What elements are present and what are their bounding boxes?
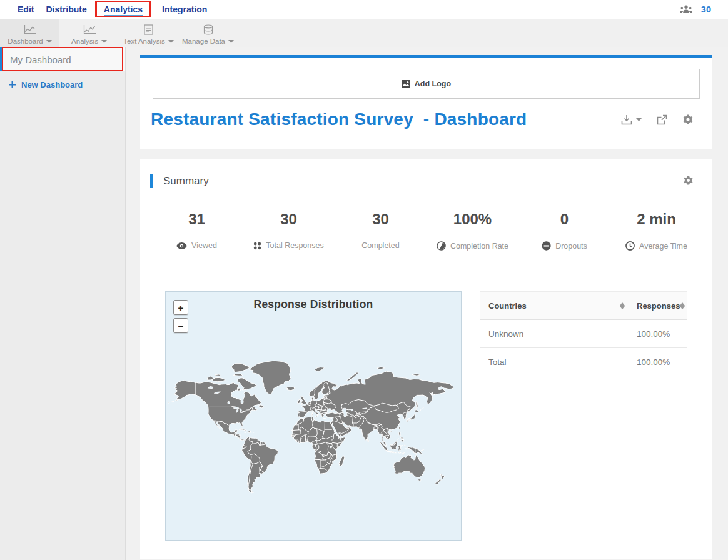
nav-tab-edit[interactable]: Edit xyxy=(18,4,34,14)
caret-down-icon xyxy=(228,40,234,43)
dashboard-sidebar: My Dashboard New Dashboard xyxy=(0,48,126,560)
gear-icon xyxy=(683,175,694,186)
stat-dropouts: 0 Dropouts xyxy=(518,211,610,251)
stat-value: 0 xyxy=(518,211,610,228)
stat-label: Viewed xyxy=(191,241,217,250)
stat-completion-rate: 100% Completion Rate xyxy=(427,211,518,251)
toolbar-item-label: Manage Data xyxy=(182,38,225,45)
table-row-total[interactable]: Total 100.00% xyxy=(480,348,687,376)
map-zoom-out-button[interactable]: − xyxy=(173,318,188,333)
toolbar-item-label: Dashboard xyxy=(8,38,43,45)
new-dashboard-button[interactable]: New Dashboard xyxy=(9,80,125,89)
nav-tab-distribute[interactable]: Distribute xyxy=(46,4,86,14)
stat-value: 30 xyxy=(243,211,335,228)
caret-down-icon xyxy=(46,40,52,43)
map-title: Response Distribution xyxy=(166,298,461,311)
image-icon xyxy=(402,80,410,88)
sort-countries-button[interactable] xyxy=(620,302,625,309)
add-logo-label: Add Logo xyxy=(415,79,451,88)
column-header-countries: Countries xyxy=(488,301,527,311)
section-accent-bar xyxy=(150,174,153,188)
download-button[interactable] xyxy=(621,114,642,125)
caret-down-icon xyxy=(168,40,174,43)
summary-stats: 31 Viewed 30 Total Responses xyxy=(151,211,704,251)
toolbar-item-label: Analysis xyxy=(71,38,98,45)
stat-divider xyxy=(537,234,592,234)
share-icon xyxy=(657,114,667,125)
page-title: Restaurant Satisfaction Survey - Dashboa… xyxy=(151,109,527,129)
stat-value: 30 xyxy=(335,211,427,228)
toolbar-item-text-analysis[interactable]: Text Analysis xyxy=(119,19,178,48)
countries-table: Countries Responses Unknown 100.00% Tota… xyxy=(480,291,687,541)
contrast-icon xyxy=(437,241,446,251)
stat-value: 31 xyxy=(151,211,243,228)
stat-value: 2 min xyxy=(610,211,702,228)
stat-label: Dropouts xyxy=(555,242,587,251)
stat-value: 100% xyxy=(427,211,518,228)
dashboard-header-card: Add Logo Restaurant Satisfaction Survey … xyxy=(140,55,712,149)
stat-divider xyxy=(445,234,500,234)
responses-cell: 100.00% xyxy=(629,329,687,339)
caret-down-icon xyxy=(636,118,642,121)
clock-icon xyxy=(625,241,635,251)
stat-divider xyxy=(169,234,225,234)
stat-divider xyxy=(629,234,684,234)
column-header-responses: Responses xyxy=(637,301,680,311)
manage-data-icon xyxy=(203,24,213,35)
download-icon xyxy=(621,114,632,125)
summary-settings-button[interactable] xyxy=(683,175,694,188)
world-map-svg xyxy=(166,292,461,540)
stat-completed: 30 Completed xyxy=(335,211,427,251)
stat-average-time: 2 min Average Time xyxy=(610,211,702,251)
share-button[interactable] xyxy=(657,114,667,125)
settings-button[interactable] xyxy=(682,114,694,125)
sidebar-item-my-dashboard[interactable]: My Dashboard xyxy=(0,48,125,71)
stat-label: Total Responses xyxy=(266,241,323,250)
map-zoom-in-button[interactable]: + xyxy=(173,300,188,315)
gear-icon xyxy=(682,114,694,125)
toolbar-item-label: Text Analysis xyxy=(123,38,164,45)
countries-table-header: Countries Responses xyxy=(480,291,687,320)
eye-icon xyxy=(176,242,187,249)
response-distribution-map[interactable]: Response Distribution + − xyxy=(165,291,462,541)
toolbar-item-manage-data[interactable]: Manage Data xyxy=(178,19,238,48)
add-logo-button[interactable]: Add Logo xyxy=(153,69,700,99)
stat-viewed: 31 Viewed xyxy=(151,211,243,251)
dashboard-icon xyxy=(23,24,37,35)
stat-label: Completed xyxy=(361,241,399,250)
country-cell: Total xyxy=(480,358,629,367)
analysis-icon xyxy=(83,24,96,35)
sort-responses-button[interactable] xyxy=(680,302,685,309)
text-analysis-icon xyxy=(144,24,153,35)
stat-divider xyxy=(353,234,408,234)
country-cell: Unknown xyxy=(480,329,629,339)
responses-cell: 100.00% xyxy=(629,358,687,367)
minus-circle-icon xyxy=(542,241,551,251)
caret-down-icon xyxy=(101,40,107,43)
stat-label: Average Time xyxy=(639,242,687,251)
plus-icon xyxy=(9,81,16,88)
top-navigation: Edit Distribute Analytics Integration 30 xyxy=(0,0,728,19)
stat-total-responses: 30 Total Responses xyxy=(243,211,335,251)
respondents-count[interactable]: 30 xyxy=(701,4,711,14)
dots-grid-icon xyxy=(253,242,261,250)
new-dashboard-label: New Dashboard xyxy=(21,80,83,89)
summary-section-title: Summary xyxy=(163,175,209,188)
respondents-icon xyxy=(679,5,693,14)
nav-tab-analytics[interactable]: Analytics xyxy=(104,4,143,14)
toolbar-item-analysis[interactable]: Analysis xyxy=(59,19,119,48)
nav-tab-integration[interactable]: Integration xyxy=(162,4,207,14)
stat-label: Completion Rate xyxy=(450,242,508,251)
table-row-unknown[interactable]: Unknown 100.00% xyxy=(480,320,687,348)
stat-divider xyxy=(261,234,316,234)
summary-card: Summary 31 Viewed 30 xyxy=(140,159,712,559)
analytics-toolbar: Dashboard Analysis Text Analysis Manage … xyxy=(0,19,728,48)
toolbar-item-dashboard[interactable]: Dashboard xyxy=(0,19,59,48)
